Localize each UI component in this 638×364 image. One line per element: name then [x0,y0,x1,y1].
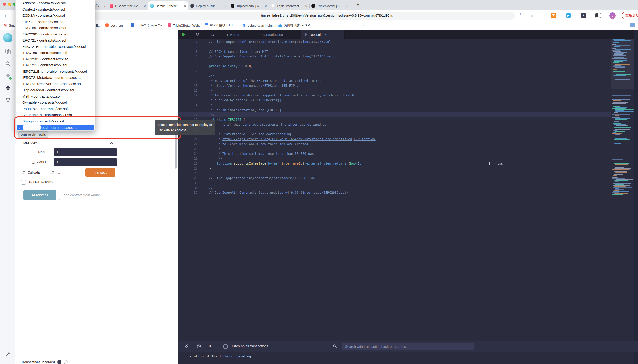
symbol-field[interactable] [54,158,117,166]
transact-button[interactable]: transact [86,168,116,176]
bookmark-item[interactable]: 01-06 接收 ETH_... [205,23,237,28]
dropdown-item[interactable]: EIP712 - contracts/xxx.sol [16,19,95,25]
dropdown-item[interactable]: IERC721Enumerable - contracts/xxx.sol [16,68,95,75]
extension-icon[interactable]: ✶ [581,13,586,18]
window-minimize-button[interactable] [8,2,11,6]
bookmark-star-icon[interactable]: ☆ [530,13,534,18]
minimap[interactable] [611,40,634,197]
browser-tab[interactable]: TriplecMedal | A× [309,2,350,10]
bookmark-item[interactable]: Gopbnb scan mainn... [242,23,276,28]
browser-tab[interactable]: TripleC/contract× [269,2,309,10]
run-script-play-icon[interactable] [182,32,186,36]
bookmark-item[interactable]: TripleC（Triple Ca... [131,23,165,28]
tab-close-icon[interactable]: × [346,4,348,8]
profile-avatar[interactable]: c [609,12,616,19]
restart-update-button[interactable]: 重新启动即 [621,12,638,20]
deploy-run-ethereum-icon[interactable] [5,85,11,91]
tab-close-icon[interactable]: × [184,4,186,8]
clear-console-icon[interactable] [197,344,201,348]
bookmarks-folder-icon[interactable] [630,24,635,27]
dropdown-item[interactable]: ERC165 - contracts/xxx.sol [16,25,95,31]
zoom-out-icon[interactable] [196,32,200,37]
tab-close-icon[interactable]: × [103,4,105,8]
expand-terminal-chevrons-icon[interactable] [184,344,188,348]
info-icon: i [64,360,68,364]
share-icon[interactable] [519,13,523,18]
tab-close-icon[interactable]: × [224,4,226,8]
code-line: 9 * @dev Interface of the ERC165 standar… [178,78,611,83]
dropdown-item-selected[interactable]: ✓ edal - contracts/xxx.sol [16,124,95,131]
dropdown-item[interactable]: ITriplecMedal - contracts/xxx.sol [16,87,95,93]
close-tab-icon[interactable]: × [325,32,327,36]
remix-logo-icon[interactable] [3,33,13,42]
metamask-extension-icon[interactable] [551,13,556,18]
window-close-button[interactable] [3,2,6,6]
pink-bookmark-icon [168,24,171,27]
dropdown-item[interactable]: Address - contracts/xxx.sol [16,0,95,6]
tab-close-icon[interactable]: × [305,4,307,8]
debugger-bug-icon[interactable] [5,96,11,102]
bookmark-item[interactable]: 为网站创建 reCAP... [278,23,312,28]
browser-tab[interactable]: TriplecMedal | A× [229,2,269,10]
dropdown-item[interactable]: Context - contracts/xxx.sol [16,6,95,13]
dropdown-item[interactable]: ECDSA - contracts/xxx.sol [16,12,95,19]
bookmark-item[interactable]: E... [96,23,101,28]
calldata-more[interactable]: ... [57,168,60,176]
dropdown-item[interactable]: SignedMath - contracts/xxx.sol [16,112,95,118]
dropdown-item[interactable]: ERC721Enumerable - contracts/xxx.sol [16,44,95,50]
bookmark-item[interactable]: MGmail [3,23,17,28]
dropdown-item[interactable]: IERC2981 - contracts/xxx.sol [16,56,95,62]
editor-tab-home[interactable]: ⌂ Home [221,30,253,40]
line-number: 9 [178,78,198,83]
copy-icon[interactable] [51,170,55,174]
editor-tab-xxx-sol[interactable]: xxx.sol × [301,30,345,40]
dropdown-item[interactable]: IERC721Receiver - contracts/xxx.sol [16,81,95,87]
publish-ipfs-checkbox[interactable] [21,180,26,184]
back-button[interactable]: ← [4,12,9,18]
editor-tab-scenario[interactable]: { } scenario.json [253,30,301,40]
extension-icon-2[interactable] [595,13,601,18]
new-tab-button[interactable]: + [356,2,359,8]
search-icon[interactable] [5,61,11,67]
browser-tab[interactable]: Remix - Ethereu× [148,2,188,10]
editor-scrollbar-gutter[interactable] [634,30,638,364]
name-field[interactable] [54,148,117,156]
dropdown-item[interactable]: Strings - contracts/xxx.sol [16,118,95,124]
transactions-recorded-footer[interactable]: Transactions recorded i [21,360,68,364]
browser-tab[interactable]: Discover the Ge× [108,2,148,10]
at-address-button[interactable]: At Address [24,190,56,200]
line-number: 32 [178,190,198,195]
terminal-search-input[interactable] [342,343,474,350]
dropdown-item[interactable]: IERC165 - contracts/xxx.sol [16,50,95,56]
telegram-extension-icon[interactable] [566,13,571,18]
dropdown-item[interactable]: IERC721 - contracts/xxx.sol [16,62,95,68]
at-address-input[interactable] [59,190,111,200]
settings-wrench-icon[interactable] [5,351,11,357]
panel-scrollbar[interactable] [175,131,177,169]
solidity-compiler-icon[interactable]: ✓ [5,73,11,79]
postman-bookmark-icon [105,24,109,27]
code-line: 10 * https://eips.ethereum.org/EIPS/eip-… [178,83,611,88]
listen-all-transactions-checkbox[interactable] [223,344,228,348]
code-editor[interactable]: 1// File: @openzeppelin\contracts\utils\… [178,40,611,195]
bookmark-item[interactable]: postman [105,23,123,28]
dropdown-item[interactable]: Ownable - contracts/xxx.sol [16,100,95,106]
chevron-up-icon[interactable] [110,142,113,146]
dropdown-item[interactable]: IERC721Metadata - contracts/xxx.sol [16,74,95,81]
tab-close-icon[interactable]: × [265,4,267,8]
zoom-in-icon[interactable] [210,32,215,37]
copy-icon[interactable] [22,170,25,174]
code-line: 7 [178,69,611,74]
bookmarks-overflow-chevron[interactable]: » [363,23,364,27]
dropdown-item[interactable]: ERC721 - contracts/xxx.sol [16,37,95,44]
tab-close-icon[interactable]: × [144,4,146,8]
bookmark-item[interactable]: TripleCBeta - Web... [168,23,202,28]
code-line: 17interface IERC165 { [178,117,611,122]
dropdown-item[interactable]: ERC2981 - contracts/xxx.sol [16,31,95,38]
file-explorer-icon[interactable] [5,48,11,55]
dropdown-item[interactable]: Pausable - contracts/xxx.sol [16,106,95,112]
browser-tabs: 发/×Discover the Ge×Remix - Ethereu×Deplo… [93,2,350,10]
pink-favicon [110,4,113,8]
browser-tab[interactable]: Deploy & Run ...× [188,2,229,10]
dropdown-item[interactable]: Math - contracts/xxx.sol [16,93,95,100]
